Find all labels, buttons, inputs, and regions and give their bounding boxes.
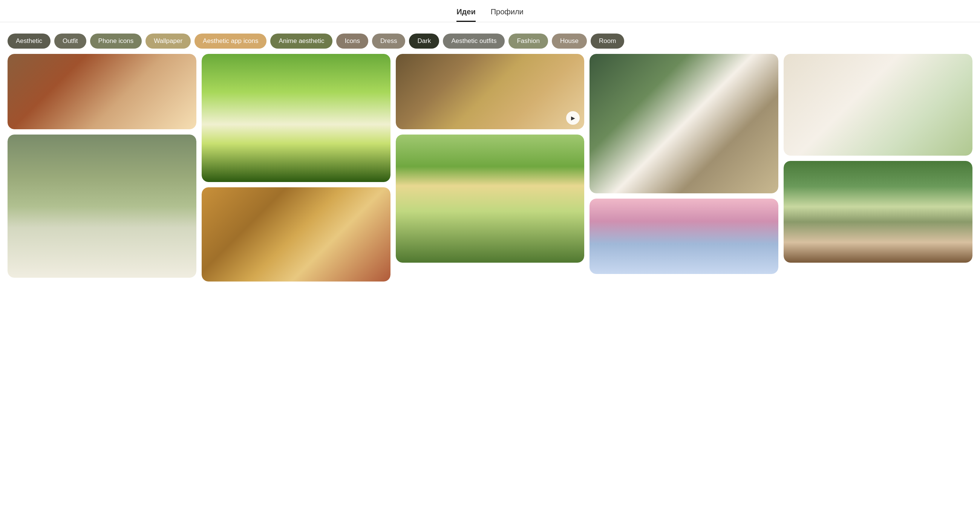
grid-item-fairy-cottage[interactable] (784, 161, 972, 263)
image-bright-kitchen (784, 54, 972, 156)
image-window-garden (396, 135, 585, 263)
chip-dark[interactable]: Dark (409, 33, 439, 49)
tab-profiles[interactable]: Профили (491, 8, 523, 22)
image-forest-meadow (202, 54, 390, 182)
grid-item-forest-meadow[interactable] (202, 54, 390, 182)
grid-item-bright-kitchen[interactable] (784, 54, 972, 156)
image-pink-sky (590, 199, 778, 274)
chip-room[interactable]: Room (591, 33, 624, 49)
masonry-grid: ▶ (0, 54, 980, 281)
chip-phone-icons[interactable]: Phone icons (90, 33, 142, 49)
grid-item-pink-sky[interactable] (590, 199, 778, 274)
grid-item-cozy-room[interactable] (590, 54, 778, 193)
grid-item-picnic-basket[interactable] (202, 187, 390, 281)
chip-house[interactable]: House (552, 33, 587, 49)
grid-item-candles-books[interactable]: ▶ (396, 54, 585, 129)
image-white-cat (8, 135, 196, 278)
grid-item-kitchen-table[interactable] (8, 54, 196, 129)
chip-outfit[interactable]: Outfit (54, 33, 86, 49)
chip-aesthetic-outfits[interactable]: Aesthetic outfits (443, 33, 505, 49)
header-tabs: Идеи Профили (0, 0, 980, 22)
image-picnic-basket (202, 187, 390, 281)
chip-anime-aesthetic[interactable]: Anime aesthetic (270, 33, 332, 49)
tab-ideas[interactable]: Идеи (457, 8, 476, 22)
image-candles-books (396, 54, 585, 129)
image-cozy-room (590, 54, 778, 193)
grid-item-white-cat[interactable] (8, 135, 196, 278)
chip-wallpaper[interactable]: Wallpaper (145, 33, 191, 49)
chip-aesthetic-app-icons[interactable]: Aesthetic app icons (194, 33, 266, 49)
chip-dress[interactable]: Dress (372, 33, 405, 49)
chip-icons[interactable]: Icons (336, 33, 368, 49)
chips-row: AestheticOutfitPhone iconsWallpaperAesth… (0, 28, 980, 54)
image-fairy-cottage (784, 161, 972, 263)
chip-fashion[interactable]: Fashion (509, 33, 548, 49)
image-kitchen-table (8, 54, 196, 129)
grid-item-window-garden[interactable] (396, 135, 585, 263)
chip-aesthetic[interactable]: Aesthetic (8, 33, 51, 49)
